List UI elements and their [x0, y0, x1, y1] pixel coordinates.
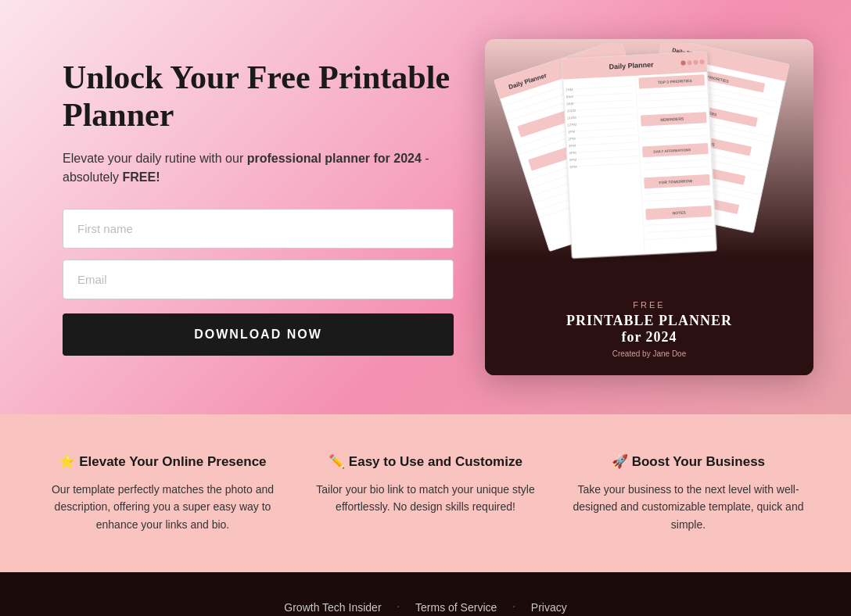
subtitle-free: FREE!	[123, 170, 160, 184]
feature-item-1: ⭐ Elevate Your Online Presence Our templ…	[47, 453, 278, 533]
footer-link-terms[interactable]: Terms of Service	[415, 601, 497, 614]
feature-desc-3: Take your business to the next level wit…	[573, 481, 804, 533]
planner-pages-container: Daily Planner	[485, 39, 813, 281]
svg-text:3PM: 3PM	[569, 144, 576, 148]
svg-text:1PM: 1PM	[568, 130, 576, 134]
hero-right-content: Daily Planner	[485, 39, 813, 375]
svg-text:NOTES: NOTES	[672, 210, 686, 216]
svg-text:11AM: 11AM	[567, 116, 576, 120]
planner-bottom: FREE PRINTABLE PLANNERfor 2024 Created b…	[485, 281, 813, 375]
svg-text:8AM: 8AM	[566, 95, 573, 98]
rocket-icon: 🚀	[612, 454, 628, 469]
planner-creator: Created by Jane Doe	[612, 349, 687, 358]
features-section: ⭐ Elevate Your Online Presence Our templ…	[0, 414, 851, 572]
svg-text:10AM: 10AM	[566, 109, 576, 113]
firstname-input[interactable]	[63, 209, 454, 249]
feature-desc-1: Our template perfectly matches the photo…	[47, 481, 278, 533]
planner-free-label: FREE	[633, 300, 665, 310]
feature-title-1: ⭐ Elevate Your Online Presence	[47, 453, 278, 470]
footer-separator-1: ·	[397, 601, 400, 614]
svg-text:7AM: 7AM	[566, 88, 573, 91]
svg-text:4PM: 4PM	[569, 151, 576, 155]
subtitle-bold: professional planner for 2024	[247, 152, 422, 165]
svg-text:5PM: 5PM	[569, 158, 577, 162]
hero-left-content: Unlock Your Free Printable Planner Eleva…	[63, 59, 454, 356]
svg-text:12PM: 12PM	[567, 123, 576, 127]
planner-pages-svg: Daily Planner	[493, 43, 806, 278]
planner-showcase: Daily Planner	[485, 39, 813, 375]
svg-text:2PM: 2PM	[568, 137, 576, 141]
feature-title-2: ✏️ Easy to Use and Customize	[310, 453, 541, 470]
feature-title-3: 🚀 Boost Your Business	[573, 453, 804, 470]
svg-text:9AM: 9AM	[566, 102, 574, 106]
feature-item-2: ✏️ Easy to Use and Customize Tailor your…	[310, 453, 541, 533]
footer: Growth Tech Insider · Terms of Service ·…	[0, 572, 851, 616]
subtitle-plain: Elevate your daily rutine with our	[63, 152, 243, 165]
footer-link-growth-tech[interactable]: Growth Tech Insider	[284, 601, 381, 614]
download-button[interactable]: DOWNLOAD NOW	[63, 313, 454, 356]
footer-separator-2: ·	[512, 601, 515, 614]
svg-text:6PM: 6PM	[569, 165, 577, 169]
page-title: Unlock Your Free Printable Planner	[63, 59, 454, 134]
feature-item-3: 🚀 Boost Your Business Take your business…	[573, 453, 804, 533]
footer-link-privacy[interactable]: Privacy	[531, 601, 567, 614]
hero-subtitle: Elevate your daily rutine with our profe…	[63, 149, 454, 187]
hero-section: Unlock Your Free Printable Planner Eleva…	[0, 0, 851, 414]
email-input[interactable]	[63, 260, 454, 299]
feature-desc-2: Tailor your bio link to match your uniqu…	[310, 481, 541, 516]
planner-main-title: PRINTABLE PLANNERfor 2024	[566, 313, 732, 346]
star-icon: ⭐	[59, 454, 75, 469]
pencil-icon: ✏️	[329, 454, 345, 469]
